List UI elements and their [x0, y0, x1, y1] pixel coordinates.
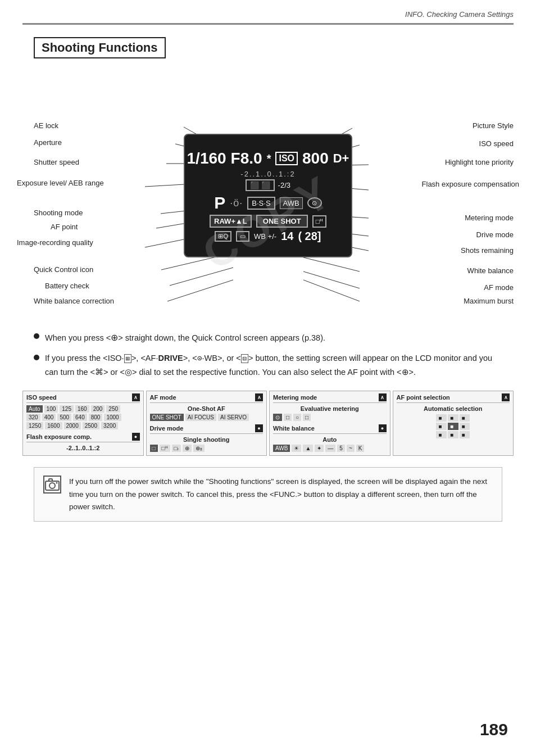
af-grid-ml: ■ — [436, 423, 447, 430]
iso-row-1: Auto 100 125 160 200 250 — [26, 405, 140, 413]
wb-tungsten: — — [325, 445, 335, 452]
cam-row1: 1/160 F8.0 * ISO 800 D+ — [187, 150, 349, 168]
iso-320: 320 — [26, 414, 40, 421]
panel-drive-header: Drive mode ● — [150, 424, 264, 434]
panel-metering-header: Metering mode ∧ — [273, 393, 387, 403]
iso-label-box: ISO — [275, 152, 298, 165]
wb-fluorescent: 5 — [337, 445, 345, 452]
ann-picture-style: Picture Style — [473, 121, 514, 130]
ann-flash-exp: Flash exposure compensation — [422, 180, 519, 189]
bullet-item-1: When you press <⊕> straight down, the Qu… — [34, 331, 502, 345]
panel-metering-title: Metering mode — [273, 394, 317, 401]
shots-remaining-value: ( 28] — [298, 230, 321, 243]
panel-drive-title: Drive mode — [150, 425, 184, 432]
af-grid-mc: ■ — [448, 423, 458, 430]
iso-250: 250 — [106, 405, 120, 413]
camera-display: 1/160 F8.0 * ISO 800 D+ -2..1..0..1.:2 ⬛… — [184, 134, 352, 257]
panel-iso-content: Auto 100 125 160 200 250 320 400 500 640… — [26, 405, 140, 429]
iso-2000: 2000 — [64, 422, 81, 429]
aeb-bracket-box: ⬛ ⬛ — [246, 179, 275, 191]
ann-metering-mode: Metering mode — [465, 214, 514, 222]
bracket-arrows: ⬛ ⬛ — [250, 181, 270, 189]
panel-metering-corner: ∧ — [379, 393, 387, 401]
iso-row-3: 1250 1600 2000 2500 3200 — [26, 422, 140, 429]
af-ai-servo: AI SERVO — [218, 414, 249, 421]
metering-mode-display: Evaluative metering — [273, 405, 387, 412]
af-buttons-row: ONE SHOT AI FOCUS AI SERVO — [150, 414, 264, 421]
iso-1250: 1250 — [26, 422, 43, 429]
quick-control-q: ⊞Q — [215, 231, 231, 242]
af-ai-focus: AI FOCUS — [185, 414, 216, 421]
bullet-text-1: When you press <⊕> straight down, the Qu… — [45, 331, 325, 345]
cam-row5: RAW+▲L ONE SHOT □ᴴ — [210, 215, 326, 228]
panel-wb-title: White balance — [273, 425, 315, 432]
ann-highlight-tone: Highlight tone priority — [445, 158, 514, 166]
panel-wb-corner: ● — [379, 424, 387, 432]
ann-af-point: AF point — [51, 223, 78, 231]
panel-flash-corner: ● — [132, 433, 140, 441]
ann-iso-speed: ISO speed — [479, 139, 514, 148]
iso-500: 500 — [57, 414, 71, 421]
metering-icon: ⊙ — [307, 197, 322, 209]
note-camera-icon — [44, 477, 60, 492]
wb-number: 14 — [281, 230, 293, 243]
note-box: If you turn off the power switch while t… — [34, 467, 502, 522]
bullet-item-2: If you press the <ISO·⊞>, <AF·DRIVE>, <⊙… — [34, 352, 502, 379]
bullet-dot-2 — [34, 355, 39, 360]
svg-rect-22 — [49, 479, 52, 481]
note-icon — [43, 476, 61, 494]
panel-af-title: AF mode — [150, 394, 176, 401]
af-points-display: ·ö· — [230, 197, 243, 209]
iso-200: 200 — [91, 405, 105, 413]
svg-point-23 — [56, 482, 58, 484]
panels-row: ISO speed ∧ Auto 100 125 160 200 250 320… — [22, 391, 514, 456]
ann-shooting-mode: Shooting mode — [34, 209, 83, 217]
ann-aperture: Aperture — [34, 138, 62, 147]
ann-af-mode: AF mode — [484, 283, 514, 292]
ann-wb-correction: White balance correction — [34, 297, 114, 305]
svg-line-17 — [303, 257, 360, 271]
iso-1000: 1000 — [104, 414, 121, 421]
cam-row2-scale: -2..1..0..1.:2 — [240, 170, 295, 178]
ann-shots-remaining: Shots remaining — [461, 246, 514, 255]
page-header: INFO. Checking Camera Settings — [0, 0, 536, 23]
svg-line-8 — [170, 268, 233, 286]
iso-row-2: 320 400 500 640 800 1000 — [26, 414, 140, 421]
ann-white-balance: White balance — [467, 266, 514, 275]
panel-iso-header: ISO speed ∧ — [26, 393, 140, 403]
flash-comp-value: -2/3 — [278, 181, 290, 189]
wb-display: Auto — [273, 436, 387, 443]
af-grid-mr: ■ — [460, 423, 470, 430]
ann-exposure: Exposure level/ AEB range — [17, 179, 104, 188]
cam-row6: ⊞Q ▭ WB +/- 14 ( 28] — [215, 230, 321, 243]
flash-comp-display: -2..1..0..1.:2 — [26, 445, 140, 451]
shutter-speed-value: 1/160 — [187, 150, 226, 168]
panel-iso-speed: ISO speed ∧ Auto 100 125 160 200 250 320… — [22, 391, 144, 456]
meter-center: □ — [303, 414, 311, 421]
iso-1600: 1600 — [45, 422, 62, 429]
panel-metering-wb: Metering mode ∧ Evaluative metering ⊙ □ … — [269, 391, 390, 456]
af-grid-br: ■ — [460, 431, 470, 438]
bullet-dot-1 — [34, 333, 39, 339]
panel-flash-header: Flash exposure comp. ● — [26, 433, 140, 442]
panel-iso-title: ISO speed — [26, 394, 57, 401]
af-one-shot: ONE SHOT — [150, 414, 184, 421]
iso-125: 125 — [60, 405, 74, 413]
af-mode-display: One-Shot AF — [150, 405, 264, 412]
ann-battery-check: Battery check — [45, 282, 89, 290]
section-title: Shooting Functions — [34, 37, 166, 58]
metering-icons-row: ⊙ □ ○ □ — [273, 414, 387, 421]
panel-afpt-content: Automatic selection ■ ■ ■ ■ ■ ■ ■ ■ ■ — [397, 405, 510, 438]
header-label: INFO. Checking Camera Settings — [405, 10, 514, 19]
shooting-mode-p: P — [214, 193, 225, 212]
cam-row3: ⬛ ⬛ -2/3 — [246, 179, 290, 191]
panel-af-drive: AF mode ∧ One-Shot AF ONE SHOT AI FOCUS … — [146, 391, 267, 456]
meter-spot: ○ — [293, 414, 301, 421]
af-grid-bl: ■ — [436, 431, 447, 438]
battery-icon: ▭ — [236, 231, 249, 242]
camera-display-container: 1/160 F8.0 * ISO 800 D+ -2..1..0..1.:2 ⬛… — [184, 134, 352, 257]
section-title-box: Shooting Functions — [0, 25, 536, 72]
meter-eval: ⊙ — [273, 414, 282, 421]
panel-af-point: AF point selection ∧ Automatic selection… — [393, 391, 514, 456]
panel-afpt-corner: ∧ — [502, 393, 510, 401]
